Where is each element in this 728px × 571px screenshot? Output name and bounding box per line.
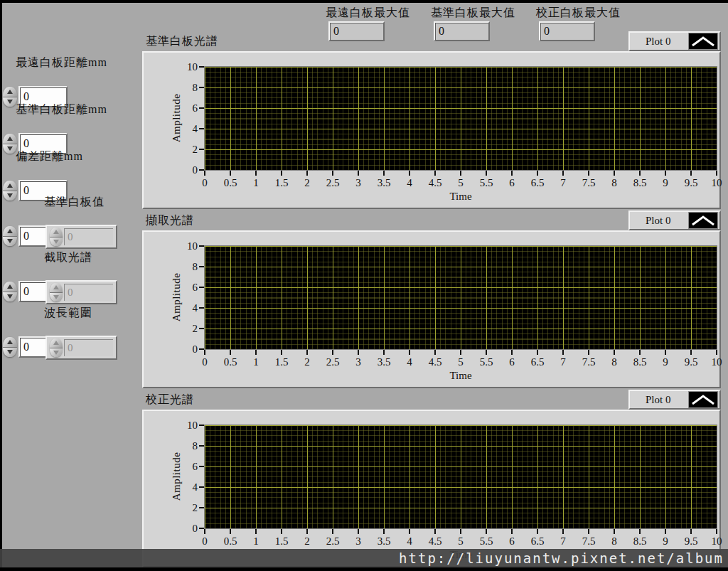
increment-button up-arrow-icon[interactable] [3, 87, 17, 97]
numeric-control-pair-row: 截取光譜 0 0 [0, 250, 142, 287]
plot-legend[interactable]: Plot 0 [628, 390, 721, 410]
waveform-graph: 擷取光譜 Plot 0 Amplitude 1086420 00.511.522… [142, 210, 721, 388]
x-tick-label: 8.5 [627, 356, 653, 368]
increment-decrement-control[interactable] [3, 282, 17, 301]
increment-decrement-control[interactable] [3, 337, 17, 357]
x-tick-label: 1 [243, 356, 269, 368]
waveform-graphs: 基準白板光譜 Plot 0 Amplitude 1086420 00.511.5… [142, 31, 721, 569]
x-tick-label: 5.5 [473, 356, 499, 368]
waveform-graph: 基準白板光譜 Plot 0 Amplitude 1086420 00.511.5… [142, 31, 721, 209]
y-tick-label: 2 [193, 144, 198, 155]
y-axis-tick-marks [199, 66, 204, 171]
graph-title: 校正光譜 [146, 393, 194, 407]
x-tick-label: 6.5 [525, 535, 550, 548]
x-tick-label: 8 [601, 176, 627, 189]
disabled-field-frame: 0 [46, 336, 117, 360]
x-tick-label: 1.5 [269, 356, 294, 368]
plot-legend[interactable]: Plot 0 [628, 210, 721, 230]
numeric-input[interactable]: 0 [20, 282, 46, 301]
indicator-label: 基準白板最大值 [431, 6, 536, 21]
x-tick-label: 4 [397, 356, 422, 368]
y-tick-label: 0 [193, 523, 198, 534]
graph-title: 基準白板光譜 [146, 34, 218, 49]
y-tick-label: 6 [193, 282, 198, 293]
x-tick-label: 4.5 [422, 176, 448, 189]
x-axis-label: Time [205, 370, 717, 382]
window-border-top [0, 0, 728, 3]
plot-line-style-icon [688, 391, 718, 408]
x-tick-label: 6.5 [525, 356, 550, 368]
numeric-control-row: 基準白板距離mm 0 [0, 102, 142, 139]
x-tick-label: 6 [499, 356, 525, 368]
graph-header: 擷取光譜 Plot 0 [142, 210, 721, 230]
x-tick-label: 5 [448, 356, 473, 368]
x-tick-label: 0 [192, 356, 218, 368]
numeric-input[interactable]: 0 [20, 227, 46, 245]
indicator-label: 最遠白板最大值 [326, 6, 431, 21]
x-tick-label: 9 [653, 535, 678, 548]
y-axis-tick-labels: 1086420 [172, 61, 198, 176]
y-tick-label: 4 [193, 481, 198, 493]
x-tick-label: 3.5 [371, 176, 397, 189]
x-tick-label: 2.5 [320, 356, 346, 368]
x-tick-label: 4.5 [422, 356, 448, 368]
increment-button up-arrow-icon [50, 338, 63, 348]
increment-button up-arrow-icon[interactable] [3, 337, 17, 348]
x-axis-tick-labels: 00.511.522.533.544.555.566.577.588.599.5… [192, 535, 728, 548]
x-tick-label: 7.5 [576, 176, 601, 189]
plot-legend[interactable]: Plot 0 [628, 31, 721, 51]
x-tick-label: 2 [294, 176, 320, 189]
y-tick-label: 8 [193, 82, 198, 93]
decrement-button down-arrow-icon[interactable] [3, 348, 17, 358]
x-tick-label: 1 [243, 176, 269, 189]
watermark-url: http://liuyunantw.pixnet.net/album [0, 549, 728, 567]
x-tick-label: 7 [550, 176, 576, 189]
x-tick-label: 7 [550, 535, 576, 548]
x-tick-label: 9.5 [678, 356, 704, 368]
decrement-button down-arrow-icon [50, 348, 63, 358]
indicator-label: 校正白板最大值 [536, 6, 641, 21]
numeric-input[interactable]: 0 [20, 338, 46, 356]
numeric-field-frame: 0 [18, 336, 48, 358]
decrement-button down-arrow-icon[interactable] [3, 292, 17, 302]
x-tick-label: 2.5 [320, 176, 346, 189]
increment-button up-arrow-icon[interactable] [3, 282, 17, 292]
x-tick-label: 0.5 [218, 176, 243, 189]
numeric-indicator: 最遠白板最大值 0 [324, 6, 431, 21]
y-tick-label: 0 [193, 164, 198, 176]
graph-header: 基準白板光譜 Plot 0 [142, 31, 721, 51]
x-tick-label: 6 [499, 535, 525, 548]
graph-header: 校正光譜 Plot 0 [142, 390, 721, 410]
x-tick-label: 6 [499, 176, 525, 189]
numeric-field-frame: 0 [18, 281, 48, 302]
x-tick-label: 7.5 [576, 535, 601, 548]
y-tick-label: 6 [193, 461, 198, 472]
increment-button up-arrow-icon[interactable] [3, 181, 17, 191]
y-tick-label: 2 [193, 502, 198, 513]
labview-front-panel: { "watermark": "http://liuyunantw.pixnet… [0, 0, 728, 571]
x-axis-tick-labels: 00.511.522.533.544.555.566.577.588.599.5… [192, 356, 728, 368]
plot-legend-label: Plot 0 [646, 215, 688, 227]
numeric-indicator-disabled: 0 [46, 225, 117, 249]
increment-decrement-control[interactable] [3, 226, 17, 246]
x-tick-label: 8 [601, 535, 627, 548]
disabled-numeric-value: 0 [64, 339, 113, 356]
y-tick-label: 6 [193, 102, 198, 114]
y-tick-label: 8 [193, 261, 198, 272]
x-tick-label: 8 [601, 356, 627, 368]
increment-button up-arrow-icon[interactable] [3, 226, 17, 237]
increment-button up-arrow-icon[interactable] [3, 134, 17, 144]
waveform-graph: 校正光譜 Plot 0 Amplitude 1086420 00.511.522… [142, 390, 721, 567]
disabled-field-frame: 0 [46, 280, 117, 304]
plot-legend-label: Plot 0 [646, 394, 688, 406]
decrement-button down-arrow-icon [50, 293, 63, 302]
x-tick-label: 7 [550, 356, 576, 368]
y-axis-tick-marks [199, 245, 204, 350]
plot-area [205, 67, 717, 170]
disabled-field-frame: 0 [46, 225, 117, 249]
x-tick-label: 3 [346, 356, 371, 368]
x-tick-label: 10 [704, 356, 728, 368]
x-tick-label: 0 [192, 535, 218, 548]
decrement-button down-arrow-icon[interactable] [3, 237, 17, 247]
control-label: 基準白板值 [44, 195, 142, 210]
